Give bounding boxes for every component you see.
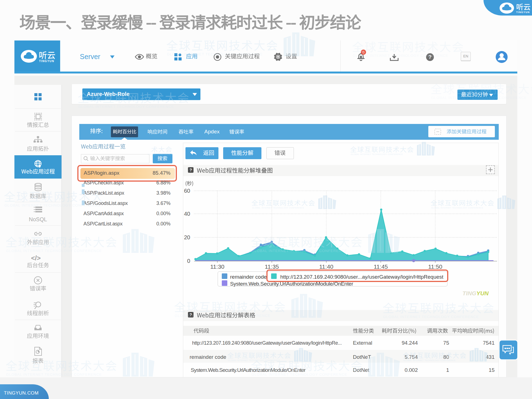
svg-text:0: 0 (362, 50, 364, 54)
svg-text:?: ? (428, 54, 432, 60)
